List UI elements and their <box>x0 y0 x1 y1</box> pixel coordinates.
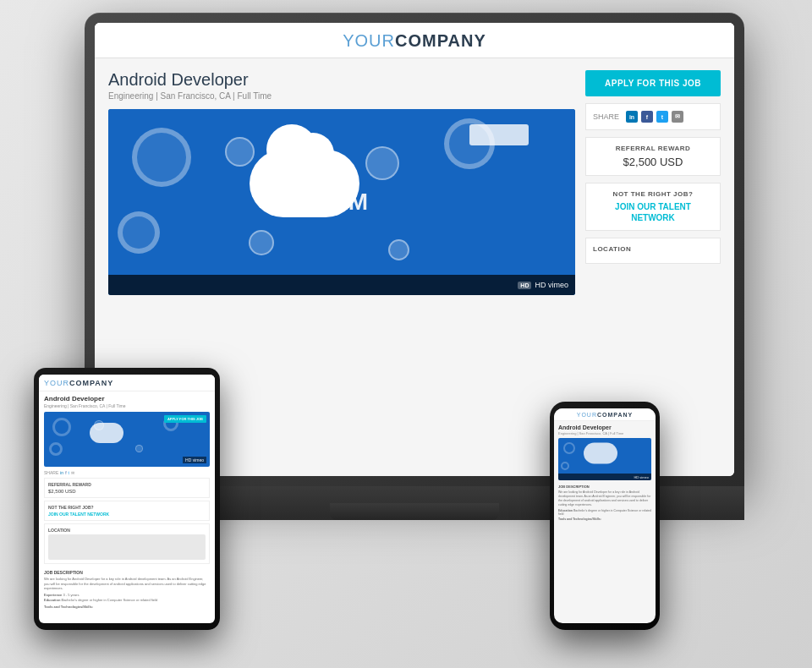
tablet-logo: YOURCOMPANY <box>44 379 210 387</box>
m2m-background: M2M HD HD vimeo <box>108 109 575 295</box>
tablet-cloud <box>90 423 123 443</box>
gear-icon-1 <box>132 128 191 187</box>
phone-screen: YOURCOMPANY Android Developer Engineerin… <box>554 408 656 623</box>
phone-tools-title: Tools and Technologies/Skills: <box>558 517 651 522</box>
truck-icon <box>469 124 529 145</box>
phone-device: YOURCOMPANY Android Developer Engineerin… <box>550 402 660 630</box>
tablet-gear-1 <box>52 418 71 436</box>
content-right: APPLY FOR THIS JOB SHARE in f t ✉ <box>585 70 721 295</box>
tablet-not-right-box: NOT THE RIGHT JOB? JOIN OUR TALENT NETWO… <box>44 501 210 521</box>
facebook-icon[interactable]: f <box>641 111 653 123</box>
m2m-text: M2M <box>315 189 368 216</box>
scene: YOURCOMPANY Android Developer Engineerin… <box>17 13 795 655</box>
tablet-job-title: Android Developer <box>44 395 210 402</box>
referral-box: REFERRAL REWARD $2,500 USD <box>585 137 721 176</box>
circle-icon-2 <box>249 230 274 255</box>
job-image: M2M HD HD vimeo <box>108 109 575 295</box>
twitter-icon[interactable]: t <box>656 111 668 123</box>
phone-job-title: Android Developer <box>558 424 651 430</box>
phone-logo-company: COMPANY <box>597 412 633 418</box>
content-left: Android Developer Engineering | San Fran… <box>108 70 575 295</box>
tablet-location-title: LOCATION <box>48 528 206 533</box>
tablet-content: YOURCOMPANY Android Developer Engineerin… <box>39 375 215 623</box>
circle-icon-3 <box>365 146 399 180</box>
phone-job-image: HD vimeo <box>558 438 651 480</box>
phone-logo-your: YOUR <box>577 412 597 418</box>
tablet-exp: Experience 3 - 5 years <box>44 593 210 598</box>
tablet-not-right-title: NOT THE RIGHT JOB? <box>48 505 206 510</box>
phone-gear-2 <box>561 462 569 470</box>
tablet-twitter[interactable]: t <box>69 470 69 475</box>
tablet-job-description: JOB DESCRIPTION We are looking for Andro… <box>44 567 210 613</box>
phone-desc-title: JOB DESCRIPTION <box>558 485 651 489</box>
referral-title: REFERRAL REWARD <box>593 145 713 152</box>
tablet-share-label: SHARE <box>44 470 58 475</box>
share-label: SHARE <box>593 112 619 121</box>
job-title: Android Developer <box>108 70 575 90</box>
tablet-logo-your: YOUR <box>44 379 69 387</box>
tablet-edu: Education Bachelor's degree or higher in… <box>44 598 210 603</box>
share-box: SHARE in f t ✉ <box>585 103 721 130</box>
tablet-exp-title: Experience <box>44 593 62 597</box>
phone-vimeo-text: HD vimeo <box>634 475 649 479</box>
phone-content: YOURCOMPANY Android Developer Engineerin… <box>554 408 656 623</box>
tablet-screen: YOURCOMPANY Android Developer Engineerin… <box>39 375 215 623</box>
join-line-2: NETWORK <box>631 213 675 222</box>
logo-your: YOUR <box>343 31 395 50</box>
tablet-desc-text: We are looking for Android Developer for… <box>44 577 210 591</box>
tablet-facebook[interactable]: f <box>65 470 66 475</box>
circle-icon-1 <box>225 137 255 167</box>
tablet-linkedin[interactable]: in <box>60 470 63 475</box>
phone-edu-title: Education <box>558 509 573 512</box>
tablet-join-link[interactable]: JOIN OUR TALENT NETWORK <box>48 512 206 517</box>
tablet-tools-title: Tools and Technologies/Skills: <box>44 605 210 610</box>
tablet-edu-text: Bachelor's degree or higher in Computer … <box>61 598 157 602</box>
share-icons: in f t ✉ <box>626 111 683 123</box>
phone-body: YOURCOMPANY Android Developer Engineerin… <box>550 402 660 630</box>
phone-edu: Education Bachelor's degree or higher in… <box>558 509 651 517</box>
phone-job-description: JOB DESCRIPTION We are looking for Andro… <box>558 483 651 523</box>
phone-job-meta: Engineering | San Francisco, CA | Full T… <box>558 431 651 435</box>
tablet-logo-company: COMPANY <box>69 379 113 387</box>
phone-vimeo: HD vimeo <box>558 474 651 480</box>
phone-logo: YOURCOMPANY <box>558 412 651 418</box>
tablet-map <box>48 534 206 560</box>
tablet-apply-button[interactable]: APPLY FOR THIS JOB <box>164 415 206 423</box>
not-right-title: NOT THE RIGHT JOB? <box>593 190 713 198</box>
join-talent-link[interactable]: JOIN OUR TALENT NETWORK <box>593 201 713 223</box>
location-box: LOCATION <box>585 238 721 264</box>
tablet-desc-title: JOB DESCRIPTION <box>44 570 210 575</box>
location-title: LOCATION <box>593 245 713 253</box>
tablet-gear-2 <box>49 442 63 456</box>
circle-icon-4 <box>388 239 409 260</box>
job-title-section: Android Developer Engineering | San Fran… <box>108 70 575 101</box>
tablet-referral-amount: $2,500 USD <box>48 489 206 494</box>
phone-cloud <box>584 442 617 463</box>
vimeo-bar: HD HD vimeo <box>108 275 575 295</box>
tablet-edu-title: Education <box>44 598 60 602</box>
referral-amount: $2,500 USD <box>593 156 713 168</box>
tablet-device: YOURCOMPANY Android Developer Engineerin… <box>34 368 220 630</box>
tablet-header: YOURCOMPANY <box>39 375 215 391</box>
company-logo: YOURCOMPANY <box>95 31 734 51</box>
desktop-header: YOURCOMPANY <box>95 23 734 58</box>
linkedin-icon[interactable]: in <box>626 111 638 123</box>
phone-gear-1 <box>563 442 575 454</box>
join-line-1: JOIN OUR TALENT <box>615 202 691 211</box>
logo-company: COMPANY <box>395 31 486 50</box>
apply-button[interactable]: APPLY FOR THIS JOB <box>585 70 721 96</box>
phone-header: YOURCOMPANY <box>554 408 656 421</box>
phone-desc-text: We are looking for Android Developer for… <box>558 490 651 507</box>
tablet-body: YOURCOMPANY Android Developer Engineerin… <box>34 368 220 630</box>
job-meta: Engineering | San Francisco, CA | Full T… <box>108 91 575 101</box>
vimeo-label: HD vimeo <box>535 281 568 289</box>
tablet-main: Android Developer Engineering | San Fran… <box>39 391 215 616</box>
tablet-referral-box: REFERRAL REWARD $2,500 USD <box>44 478 210 498</box>
tablet-exp-text: 3 - 5 years <box>63 593 79 597</box>
tablet-email[interactable]: ✉ <box>71 470 74 475</box>
tablet-job-meta: Engineering | San Francisco, CA | Full T… <box>44 403 210 408</box>
email-icon[interactable]: ✉ <box>672 111 683 123</box>
phone-edu-text: Bachelor's degree or higher in Computer … <box>558 509 651 517</box>
desktop-main: Android Developer Engineering | San Fran… <box>95 58 734 295</box>
tablet-referral-title: REFERRAL REWARD <box>48 482 206 487</box>
